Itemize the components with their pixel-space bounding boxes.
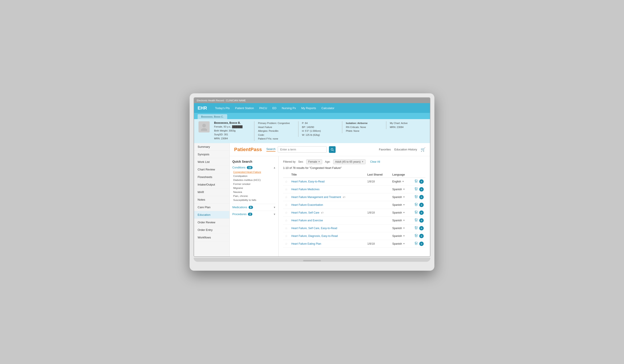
sidebar-item-flowsheets[interactable]: Flowsheets	[194, 173, 230, 181]
add-button[interactable]: +	[419, 242, 424, 246]
results-table: Title Last Shared Language ☆Heart Failur…	[283, 172, 425, 248]
result-title-link[interactable]: Heart Failure, Self Care	[291, 211, 319, 214]
qs-section-header-conditions[interactable]: Conditions 10 ▲	[232, 166, 276, 169]
star-button[interactable]: ☆	[285, 187, 288, 191]
star-button[interactable]: ☆	[285, 203, 288, 207]
add-button[interactable]: +	[419, 187, 424, 192]
print-button[interactable]	[414, 195, 418, 199]
education-history-link[interactable]: Education History	[394, 148, 417, 151]
qs-item-7[interactable]: Susceptibility to falls	[232, 198, 276, 202]
age-filter-chip[interactable]: Adult (45 to 65 years) ▼	[333, 159, 366, 164]
qs-item-2[interactable]: Diabetes mellitus (HCC)	[232, 178, 276, 182]
sidebar-item-summary[interactable]: Summary	[194, 143, 230, 151]
add-button[interactable]: +	[419, 234, 424, 238]
print-button[interactable]	[414, 180, 418, 183]
add-button[interactable]: +	[419, 226, 424, 230]
table-row: ☆Heart Failure Eating Plan1/8/18Spanish▼…	[283, 240, 425, 248]
patient-name-col: Bxxxxxxxx, Bxxxx B. Female, 93 y.o., ███…	[214, 121, 250, 140]
result-title-link[interactable]: Heart Failure Exacerbation	[291, 203, 323, 206]
add-button[interactable]: +	[419, 179, 424, 184]
sidebar-item-intake-output[interactable]: Intake/Output	[194, 181, 230, 188]
print-button[interactable]	[414, 211, 418, 214]
cart-icon[interactable]: 🛒	[421, 147, 425, 152]
add-button[interactable]: +	[419, 195, 424, 199]
nav-item-todays-pts[interactable]: Today's Pts	[212, 103, 232, 113]
print-button[interactable]	[414, 218, 418, 222]
title-bar-text: Electronic Health Record - CLINICIAN NAM…	[197, 99, 246, 102]
result-title-link[interactable]: Heart Failure and Exercise	[291, 219, 323, 222]
sidebar-item-mar[interactable]: MAR	[194, 188, 230, 196]
nav-item-my-reports[interactable]: My Reports	[299, 103, 319, 113]
sex-filter-chip[interactable]: Female ▼	[306, 159, 322, 164]
sidebar-item-care-plan[interactable]: Care Plan	[194, 204, 230, 211]
patient-birth-weight: Birth Weight: 3003g	[214, 129, 250, 133]
favorites-link[interactable]: Favorites	[379, 148, 391, 151]
qs-item-0[interactable]: Congested Heart Failure	[232, 170, 276, 174]
svg-rect-9	[415, 197, 417, 198]
sidebar-item-notes[interactable]: Notes	[194, 196, 230, 204]
language-select[interactable]: Spanish▼	[392, 234, 410, 238]
qs-item-6[interactable]: Pain, chronic	[232, 194, 276, 198]
add-button[interactable]: +	[419, 218, 424, 223]
sidebar-item-education[interactable]: Education	[194, 211, 230, 219]
add-button[interactable]: +	[419, 203, 424, 207]
table-row: ☆Heart Failure, Self Care, Easy-to-ReadS…	[283, 224, 425, 232]
language-select[interactable]: Spanish▼	[392, 219, 410, 222]
nav-item-calculator[interactable]: Calculator	[319, 103, 337, 113]
add-button[interactable]: +	[419, 210, 424, 215]
sidebar-item-synopsis[interactable]: Synopsis	[194, 151, 230, 158]
language-select[interactable]: Spanish▼	[392, 203, 410, 206]
language-select[interactable]: English▼	[392, 180, 410, 183]
star-button[interactable]: ☆	[285, 211, 288, 214]
star-button[interactable]: ☆	[285, 227, 288, 230]
patient-tab[interactable]: Bxxxxxxxx, Bxxxx C.	[198, 114, 227, 119]
clear-all-button[interactable]: Clear All	[370, 160, 380, 163]
star-button[interactable]: ☆	[285, 219, 288, 222]
result-title-link[interactable]: Heart Failure Eating Plan	[291, 242, 321, 245]
sidebar-item-order-review[interactable]: Order Review	[194, 219, 230, 226]
sidebar-item-order-entry[interactable]: Order Entry	[194, 226, 230, 234]
sex-filter-value: Female	[308, 160, 317, 163]
result-title-link[interactable]: Heart Failure Medicines	[291, 188, 320, 191]
qs-section-header-medications[interactable]: Medications 8 ▼	[232, 206, 276, 209]
patient-demographics: Female, 93 y.o., ██████	[214, 125, 250, 129]
print-button[interactable]	[414, 226, 418, 230]
language-select[interactable]: Spanish▼	[392, 211, 410, 214]
print-button[interactable]	[414, 242, 418, 246]
print-button[interactable]	[414, 203, 418, 207]
qs-item-4[interactable]: Migraine	[232, 186, 276, 190]
star-button[interactable]: ☆	[285, 180, 288, 183]
nav-item-pacu[interactable]: PACU	[257, 103, 270, 113]
qs-item-3[interactable]: Former smoker	[232, 182, 276, 186]
print-button[interactable]	[414, 187, 418, 191]
qs-item-5[interactable]: Nausea	[232, 190, 276, 194]
language-select[interactable]: Spanish▼	[392, 242, 410, 245]
qs-item-1[interactable]: Constipation	[232, 174, 276, 178]
result-title-link[interactable]: Heart Failure, Easy-to-Read	[291, 180, 324, 183]
patient-tab-bar: Bxxxxxxxx, Bxxxx C.	[194, 113, 430, 119]
star-button[interactable]: ☆	[285, 195, 288, 199]
language-select[interactable]: Spanish▼	[392, 188, 410, 191]
language-select[interactable]: Spanish▼	[392, 227, 410, 230]
star-cell: ☆	[283, 201, 289, 209]
star-button[interactable]: ☆	[285, 234, 288, 238]
language-select[interactable]: Spanish▼	[392, 196, 410, 199]
star-button[interactable]: ☆	[285, 242, 288, 246]
sidebar-item-work-list[interactable]: Work List	[194, 158, 230, 166]
print-button[interactable]	[414, 234, 418, 238]
pp-search-label[interactable]: Search	[266, 147, 276, 152]
nav-item-ed[interactable]: ED	[270, 103, 279, 113]
nav-item-patient-station[interactable]: Patient Station	[232, 103, 257, 113]
nav-item-nursing-px[interactable]: Nursing Px	[279, 103, 299, 113]
result-title-link[interactable]: Heart Failure, Diagnosis, Easy-to-Read	[291, 234, 338, 238]
search-input[interactable]	[278, 146, 327, 153]
qs-section-header-procedures[interactable]: Procedures 2 ▼	[232, 213, 276, 216]
sidebar-item-workflows[interactable]: Workflows	[194, 234, 230, 241]
results-count: 1-10 of 78 results for "Congested Heart …	[283, 166, 425, 170]
result-title-link[interactable]: Heart Failure Management and Treatment	[291, 196, 341, 199]
sidebar-item-chart-review[interactable]: Chart Review	[194, 166, 230, 173]
search-button[interactable]	[329, 146, 336, 153]
result-title-link[interactable]: Heart Failure, Self Care, Easy-to-Read	[291, 227, 337, 230]
actions-cell: +	[412, 216, 425, 224]
qs-section-conditions: Conditions 10 ▲ Congested Heart Failure …	[232, 166, 276, 202]
